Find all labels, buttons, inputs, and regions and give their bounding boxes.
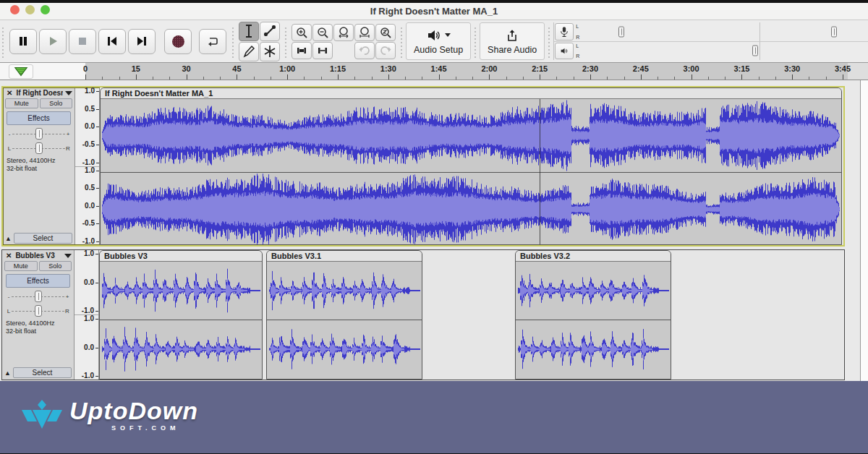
undo-button[interactable] <box>354 42 375 59</box>
gain-slider[interactable]: - + <box>6 290 70 303</box>
toolbar-grip[interactable] <box>546 23 552 59</box>
timeline-ruler[interactable]: 01530451:001:151:301:452:002:152:302:453… <box>0 63 868 80</box>
playback-slider-area[interactable] <box>760 42 868 61</box>
track2-vertical-scale[interactable]: 1.00.0-1.0 1.00.0-1.0 <box>75 250 99 380</box>
toolbar-grip[interactable] <box>283 23 289 59</box>
ruler-tick <box>102 77 103 80</box>
envelope-tool-button[interactable] <box>260 22 280 41</box>
select-track-button[interactable]: Select <box>13 367 72 378</box>
close-window-button[interactable] <box>10 5 20 14</box>
playback-meter-button[interactable] <box>555 43 574 60</box>
audio-setup-button[interactable]: Audio Setup <box>406 22 471 60</box>
clip-bubbles-v3-1[interactable]: Bubbles V3.1 <box>266 250 422 380</box>
traffic-lights <box>10 5 50 14</box>
gain-slider[interactable]: - + <box>7 127 71 140</box>
waveform-right-channel[interactable] <box>101 172 841 245</box>
recording-meter[interactable]: L R <box>554 22 868 42</box>
track2-name[interactable]: Bubbles V3 <box>15 252 62 260</box>
waveform-canvas[interactable] <box>101 173 841 245</box>
pan-slider-thumb[interactable] <box>35 142 43 154</box>
effects-button[interactable]: Effects <box>7 111 71 125</box>
redo-button[interactable] <box>375 42 396 59</box>
close-track-button[interactable]: ✕ <box>5 89 14 97</box>
pan-slider[interactable]: L R <box>7 142 71 155</box>
chevron-down-icon[interactable] <box>65 91 72 95</box>
toolbar-grip[interactable] <box>472 23 478 59</box>
gain-slider-thumb[interactable] <box>35 291 42 302</box>
clip-title[interactable]: If Right Doesn't Matter MA_1 <box>101 88 841 99</box>
solo-button[interactable]: Solo <box>40 98 73 108</box>
pause-button[interactable] <box>9 29 37 54</box>
clip-bubbles-v3-2[interactable]: Bubbles V3.2 <box>515 250 671 380</box>
fit-project-button[interactable] <box>354 24 375 41</box>
waveform-canvas[interactable] <box>101 99 841 172</box>
clip-title[interactable]: Bubbles V3.2 <box>516 251 671 262</box>
share-audio-button[interactable]: Share Audio <box>480 22 545 60</box>
pan-slider[interactable]: L R <box>6 304 70 317</box>
waveform-canvas[interactable] <box>516 262 671 320</box>
toolbar-grip[interactable] <box>399 23 404 59</box>
stop-button[interactable] <box>69 29 96 54</box>
titlebar[interactable]: If Right Doesn't Matter MA_1 <box>0 3 868 20</box>
scale-channel-left: 1.00.0-1.0 <box>75 250 98 315</box>
scale-label: 0.0 <box>84 279 97 286</box>
minimize-window-button[interactable] <box>25 5 35 14</box>
skip-to-end-button[interactable] <box>128 29 156 54</box>
vertical-scrollbar[interactable] <box>860 301 868 373</box>
skip-to-start-button[interactable] <box>98 29 126 54</box>
playback-meter[interactable]: L R <box>554 42 868 61</box>
clip-if-right-doesnt-matter[interactable]: If Right Doesn't Matter MA_1 <box>100 87 842 245</box>
waveform-canvas[interactable] <box>516 320 671 378</box>
collapse-track-button[interactable]: ▲ <box>5 235 12 242</box>
clip-title[interactable]: Bubbles V3.1 <box>267 251 422 262</box>
mute-button[interactable]: Mute <box>5 98 38 108</box>
record-meter-button[interactable] <box>555 23 574 40</box>
playback-meter-bar[interactable] <box>581 42 760 61</box>
scale-label: -1.0 <box>82 372 97 380</box>
recording-volume-handle[interactable] <box>831 26 837 37</box>
select-track-button[interactable]: Select <box>14 233 72 244</box>
close-track-button[interactable]: ✕ <box>4 252 13 260</box>
recording-meter-handle[interactable] <box>618 26 624 37</box>
waveform-canvas[interactable] <box>100 262 262 320</box>
zoom-in-button[interactable] <box>292 24 312 41</box>
clip-bubbles-v3[interactable]: Bubbles V3 <box>99 250 263 380</box>
waveform-canvas[interactable] <box>267 262 422 320</box>
loop-button[interactable] <box>199 29 226 54</box>
envelope-tool-icon <box>263 24 277 38</box>
fit-selection-button[interactable] <box>333 24 354 41</box>
draw-tool-button[interactable] <box>239 42 259 61</box>
clip-title[interactable]: Bubbles V3 <box>100 251 262 262</box>
trim-audio-button[interactable] <box>292 42 312 59</box>
zoom-window-button[interactable] <box>41 5 50 14</box>
zoom-out-button[interactable] <box>312 24 333 41</box>
waveform-canvas[interactable] <box>267 320 422 378</box>
effects-button[interactable]: Effects <box>6 274 70 288</box>
silence-audio-button[interactable] <box>312 42 333 59</box>
selection-tool-button[interactable] <box>239 22 259 41</box>
recording-meter-bar[interactable] <box>581 22 760 41</box>
waveform-canvas[interactable] <box>100 320 262 378</box>
ruler-time-label: 1:45 <box>431 64 447 73</box>
zoom-toggle-button[interactable] <box>375 24 396 41</box>
multi-tool-button[interactable] <box>260 42 280 61</box>
toolbar-grip[interactable] <box>230 23 236 59</box>
track1-vertical-scale[interactable]: 1.00.50.0-0.5-1.0 1.00.50.0-0.5-1.0 <box>75 87 100 245</box>
pan-slider-thumb[interactable] <box>35 305 42 317</box>
recording-volume-slider[interactable] <box>760 22 868 41</box>
chevron-down-icon[interactable] <box>64 254 72 258</box>
playback-volume-handle[interactable] <box>752 46 758 56</box>
loop-region-button[interactable] <box>9 64 33 79</box>
toolbar-grip[interactable] <box>0 23 6 59</box>
collapse-track-button[interactable]: ▲ <box>4 369 11 377</box>
track2-clip-area[interactable]: Bubbles V3 Bubbles V3.1 Bubbles V3.2 <box>99 250 844 380</box>
play-button[interactable] <box>39 29 67 54</box>
solo-button[interactable]: Solo <box>39 261 72 271</box>
track1-clip-area[interactable]: If Right Doesn't Matter MA_1 <box>100 87 843 245</box>
gain-slider-thumb[interactable] <box>35 128 43 140</box>
mute-button[interactable]: Mute <box>4 261 38 271</box>
record-button[interactable] <box>164 29 192 54</box>
track1-name[interactable]: If Right Doesn <box>16 89 63 97</box>
waveform-left-channel[interactable] <box>101 99 841 172</box>
loop-icon <box>205 34 220 48</box>
